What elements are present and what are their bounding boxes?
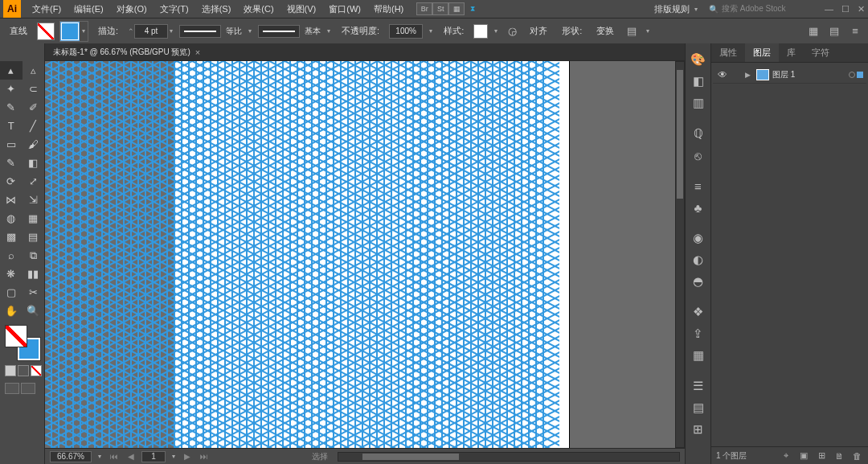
last-artboard-icon[interactable]: ⏭	[198, 452, 211, 461]
canvas[interactable]	[45, 61, 685, 448]
panel-menu-icon[interactable]: ≡	[847, 23, 863, 39]
stepper-decrease[interactable]: ⌃	[128, 27, 134, 35]
menu-file[interactable]: 文件(F)	[26, 3, 68, 15]
menu-effect[interactable]: 效果(C)	[237, 3, 280, 15]
delete-layer-icon[interactable]: 🗑	[850, 450, 863, 462]
layers-panel-icon[interactable]: ❖	[689, 302, 708, 322]
prev-artboard-icon[interactable]: ◀	[125, 452, 137, 461]
bridge-icon[interactable]: Br	[416, 2, 432, 15]
gradient-tool[interactable]: ▤	[23, 228, 45, 246]
shaper-tool[interactable]: ✎	[0, 154, 23, 172]
scale-tool[interactable]: ⤢	[23, 172, 45, 191]
chevron-down-icon[interactable]: ▾	[170, 453, 177, 460]
screen-mode-menu[interactable]	[21, 383, 35, 394]
selection-tool[interactable]: ▴	[0, 61, 23, 80]
appearance-panel-icon[interactable]: ◐	[689, 250, 708, 269]
magic-wand-tool[interactable]: ✦	[0, 80, 23, 98]
direct-selection-tool[interactable]: ▵	[23, 61, 45, 80]
symbols-panel-icon[interactable]: ⎋	[689, 146, 708, 165]
chevron-down-icon[interactable]: ▾	[428, 27, 434, 35]
column-graph-tool[interactable]: ▮▮	[23, 265, 45, 283]
transform-panel-icon[interactable]: ⊞	[689, 420, 708, 439]
horizontal-scrollbar[interactable]	[338, 452, 680, 462]
maximize-icon[interactable]: ☐	[841, 4, 850, 14]
line-tool[interactable]: ╱	[23, 117, 45, 135]
scale-ui-icon[interactable]: ▦	[805, 23, 821, 39]
color-guide-panel-icon[interactable]: ◧	[689, 72, 708, 91]
graphic-styles-panel-icon[interactable]: ◓	[689, 272, 708, 291]
dock-icon[interactable]: ▤	[826, 23, 842, 39]
normal-screen-mode[interactable]	[5, 383, 19, 394]
menu-help[interactable]: 帮助(H)	[367, 3, 410, 15]
shape-builder-tool[interactable]: ◍	[0, 209, 23, 228]
free-transform-tool[interactable]: ⇲	[23, 191, 45, 209]
brushes-panel-icon[interactable]: ℚ	[689, 124, 708, 143]
menu-select[interactable]: 选择(S)	[195, 3, 238, 15]
target-indicator[interactable]	[849, 72, 855, 78]
eyedropper-tool[interactable]: ⌕	[0, 246, 23, 265]
slice-tool[interactable]: ✂	[23, 283, 45, 302]
perspective-tool[interactable]: ▦	[23, 209, 45, 228]
menu-window[interactable]: 窗口(W)	[322, 3, 367, 15]
width-profile-dropdown[interactable]	[179, 25, 221, 38]
color-panel-icon[interactable]: 🎨	[689, 50, 708, 69]
chevron-down-icon[interactable]: ▾	[326, 27, 332, 35]
color-mode[interactable]	[5, 365, 16, 376]
chevron-down-icon[interactable]: ▾	[168, 27, 174, 35]
tab-character[interactable]: 字符	[804, 43, 837, 62]
next-artboard-icon[interactable]: ▶	[182, 452, 193, 461]
chevron-down-icon[interactable]: ▾	[493, 27, 499, 35]
align-panel-icon[interactable]: ☰	[689, 376, 708, 396]
tab-close-icon[interactable]: ×	[195, 47, 200, 57]
fill-stroke-indicator[interactable]	[5, 325, 40, 360]
pathfinder-panel-icon[interactable]: ▤	[689, 398, 708, 417]
visibility-toggle-icon[interactable]: 👁	[716, 69, 729, 80]
search-input[interactable]: 🔍搜索 Adobe Stock	[709, 3, 813, 14]
arrange-icon[interactable]: ▦	[448, 2, 465, 15]
opacity-field[interactable]: 100%	[389, 24, 423, 39]
stock-icon[interactable]: St	[432, 2, 448, 15]
artboard-nav-field[interactable]: 1	[141, 451, 166, 462]
gradient-mode[interactable]	[18, 365, 29, 376]
gradient-panel-icon[interactable]: ♣	[689, 198, 708, 217]
brush-dropdown[interactable]	[258, 25, 300, 38]
fill-indicator[interactable]	[5, 325, 27, 347]
menu-text[interactable]: 文字(T)	[154, 3, 195, 15]
isolate-icon[interactable]: ▤	[624, 23, 640, 39]
vertical-scrollbar[interactable]	[675, 61, 685, 448]
layer-row[interactable]: 👁 ▶ 图层 1	[713, 66, 866, 84]
document-tab[interactable]: 未标题-1* @ 66.67% (RGB/GPU 预览) ×	[45, 43, 208, 60]
blend-tool[interactable]: ⧉	[23, 246, 45, 265]
gpu-icon[interactable]: ⧗	[465, 2, 481, 15]
graphic-style-swatch[interactable]	[473, 24, 488, 39]
transparency-panel-icon[interactable]: ◉	[689, 228, 708, 248]
hand-tool[interactable]: ✋	[0, 302, 23, 320]
chevron-down-icon[interactable]: ▾	[645, 27, 651, 35]
swatches-panel-icon[interactable]: ▥	[689, 93, 708, 113]
align-label[interactable]: 对齐	[525, 25, 552, 37]
zoom-tool[interactable]: 🔍	[23, 302, 45, 320]
layer-name[interactable]: 图层 1	[772, 69, 795, 80]
menu-object[interactable]: 对象(O)	[110, 3, 154, 15]
pen-tool[interactable]: ✎	[0, 98, 23, 117]
shape-label[interactable]: 形状:	[557, 25, 587, 37]
chevron-down-icon[interactable]: ▾	[247, 27, 253, 35]
workspace-switcher[interactable]: 排版规则▾	[649, 3, 704, 15]
chevron-down-icon[interactable]: ▾	[96, 453, 103, 460]
menu-view[interactable]: 视图(V)	[280, 3, 323, 15]
close-icon[interactable]: ✕	[858, 4, 865, 14]
first-artboard-icon[interactable]: ⏮	[108, 452, 121, 461]
none-mode[interactable]	[31, 365, 42, 376]
width-tool[interactable]: ⋈	[0, 191, 23, 209]
rectangle-tool[interactable]: ▭	[0, 135, 23, 154]
new-sublayer-icon[interactable]: ⊞	[815, 450, 828, 462]
type-tool[interactable]: T	[0, 117, 23, 135]
scrollbar-thumb[interactable]	[362, 454, 459, 460]
recolor-icon[interactable]: ◶	[504, 23, 520, 39]
lasso-tool[interactable]: ⊂	[23, 80, 45, 98]
artboards-panel-icon[interactable]: ▦	[689, 346, 708, 365]
eraser-tool[interactable]: ◧	[23, 154, 45, 172]
stroke-swatch[interactable]	[61, 23, 79, 40]
stroke-weight-field[interactable]: 4 pt	[134, 24, 168, 39]
symbol-sprayer-tool[interactable]: ❋	[0, 265, 23, 283]
